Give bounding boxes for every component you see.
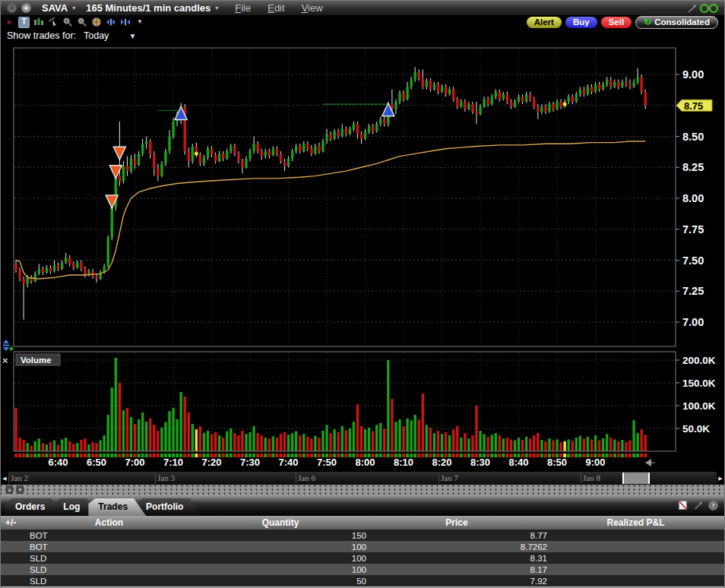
cell-quantity: 100 [195, 542, 366, 552]
trading-window: × + SAVA ▾ 165 Minutes/1 min candles ▾ F… [0, 0, 725, 588]
menu-file[interactable]: File [235, 2, 251, 14]
header-action: Action [24, 517, 195, 528]
date-separator [581, 473, 581, 483]
compress-horizontal-icon[interactable] [120, 17, 131, 27]
cell-action: BOT [24, 542, 195, 552]
zoom-in-icon[interactable] [62, 17, 73, 27]
svg-text:100.0K: 100.0K [682, 400, 716, 412]
panel-splitter[interactable]: ▲ ▼ [1, 485, 724, 495]
svg-text:7.75: 7.75 [682, 223, 704, 236]
svg-text:8.00: 8.00 [682, 192, 704, 204]
trades-table-body: BOT1508.77BOT1008.7262SLD1008.31SLD1008.… [1, 530, 724, 586]
table-row[interactable]: BOT1008.7262 [1, 541, 724, 552]
scrollbar-date: Jan 2 [11, 473, 28, 482]
symbol-chevron-down-icon[interactable]: ▾ [72, 5, 75, 11]
cell-quantity: 100 [195, 554, 366, 563]
timeframe-chevron-down-icon[interactable]: ▾ [215, 5, 218, 11]
svg-text:8.75: 8.75 [684, 100, 703, 112]
chart-region: 9.008.758.508.258.007.757.507.257.00200.… [1, 43, 725, 472]
svg-text:8:30: 8:30 [470, 457, 490, 468]
zoom-out-icon[interactable] [77, 17, 87, 27]
window-add-icon[interactable]: + [21, 3, 31, 13]
header-realized-pnl: Realized P&L [547, 517, 724, 528]
cell-quantity: 50 [195, 577, 366, 586]
svg-text:7:20: 7:20 [202, 457, 222, 468]
svg-text:9.00: 9.00 [682, 68, 704, 81]
toolbar-dropdown-icon[interactable]: ▼ [135, 17, 145, 27]
cell-price: 8.77 [366, 531, 547, 540]
remove-chart-icon[interactable]: × [4, 17, 14, 27]
svg-text:7.50: 7.50 [682, 254, 704, 267]
tab-orders[interactable]: Orders [5, 498, 63, 516]
crosshair-icon[interactable] [91, 17, 102, 27]
svg-text:7:50: 7:50 [317, 457, 337, 468]
svg-text:150.0K: 150.0K [682, 378, 716, 389]
bottom-tab-bar: Orders Log Trades Portfolio ? [1, 495, 724, 516]
cell-quantity: 150 [195, 531, 366, 540]
chart-toolbar: × T ▼ Alert Buy Sell [1, 15, 724, 29]
window-close-icon[interactable]: × [7, 3, 17, 13]
notes-disabled-icon[interactable] [678, 500, 688, 511]
cell-price: 8.31 [366, 554, 547, 563]
cell-action: SLD [24, 565, 195, 574]
splitter-down-icon[interactable]: ▼ [16, 485, 24, 494]
help-icon[interactable]: ? [708, 501, 718, 511]
link-group-icon[interactable] [709, 4, 718, 13]
tab-portfolio[interactable]: Portfolio [136, 498, 201, 516]
table-row[interactable]: BOT1508.77 [1, 530, 724, 541]
scroll-right-icon[interactable]: ▶ [717, 472, 724, 485]
show-trades-value[interactable]: Today [84, 30, 109, 41]
buy-button[interactable]: Buy [565, 17, 597, 28]
svg-text:7:00: 7:00 [125, 457, 145, 468]
tab-trades[interactable]: Trades [88, 498, 146, 516]
sell-button[interactable]: Sell [601, 17, 632, 28]
menu-bar: × + SAVA ▾ 165 Minutes/1 min candles ▾ F… [1, 1, 724, 15]
scrollbar-date: Jan 7 [441, 473, 458, 482]
table-row[interactable]: SLD1008.31 [1, 552, 724, 564]
menu-view[interactable]: View [302, 2, 323, 14]
refresh-icon: ↻ [644, 17, 651, 28]
svg-text:Volume: Volume [21, 356, 52, 365]
svg-text:7:30: 7:30 [240, 457, 260, 468]
volume-close-icon: × [2, 355, 8, 366]
menu-edit[interactable]: Edit [268, 2, 284, 14]
svg-text:200.0K: 200.0K [682, 355, 716, 366]
text-annotation-icon[interactable]: T [18, 17, 30, 28]
date-separator [438, 473, 439, 483]
cell-quantity: 100 [195, 565, 366, 574]
svg-text:8:20: 8:20 [432, 457, 452, 468]
table-row[interactable]: SLD507.92 [1, 575, 724, 586]
wrench-icon[interactable] [686, 3, 697, 14]
svg-text:6:40: 6:40 [49, 457, 68, 468]
svg-text:9:00: 9:00 [586, 457, 606, 468]
scrollbar-thumb[interactable] [622, 473, 650, 484]
show-trades-bar: Show trades for: Today ▼ [1, 29, 724, 43]
timeframe-title[interactable]: 165 Minutes/1 min candles [86, 2, 211, 14]
cell-action: BOT [24, 531, 195, 540]
svg-text:8:40: 8:40 [509, 457, 529, 468]
wrench-small-icon[interactable] [693, 501, 703, 511]
table-row[interactable]: SLD1008.17 [1, 564, 724, 575]
symbol-title[interactable]: SAVA [42, 2, 68, 14]
time-scrollbar[interactable]: ◀ ▶ Jan 2 Jan 3 Jan 6 Jan 7 Jan 8 [1, 472, 724, 485]
svg-text:7:10: 7:10 [163, 457, 183, 468]
pointer-tool-icon[interactable] [48, 17, 59, 27]
svg-text:8:50: 8:50 [547, 457, 567, 468]
scrollbar-date: Jan 3 [157, 473, 175, 482]
date-separator [8, 473, 9, 483]
date-separator [155, 473, 156, 483]
show-trades-dropdown-icon[interactable]: ▼ [128, 32, 136, 40]
cell-price: 7.92 [366, 577, 547, 586]
consolidated-button[interactable]: ↻ Consolidated [635, 16, 718, 29]
svg-text:8.50: 8.50 [682, 131, 704, 143]
alert-button[interactable]: Alert [527, 17, 562, 28]
svg-text:8:10: 8:10 [394, 457, 413, 468]
candlestick-chart[interactable]: 9.008.758.508.258.007.757.507.257.00200.… [1, 43, 725, 472]
link-group-icon[interactable] [700, 4, 709, 13]
chart-style-icon[interactable] [33, 17, 44, 27]
expand-horizontal-icon[interactable] [106, 17, 116, 27]
scroll-left-icon[interactable]: ◀ [1, 472, 8, 485]
header-plusminus: +/- [1, 517, 24, 528]
svg-text:50.0K: 50.0K [682, 423, 710, 435]
splitter-up-icon[interactable]: ▲ [5, 485, 14, 494]
